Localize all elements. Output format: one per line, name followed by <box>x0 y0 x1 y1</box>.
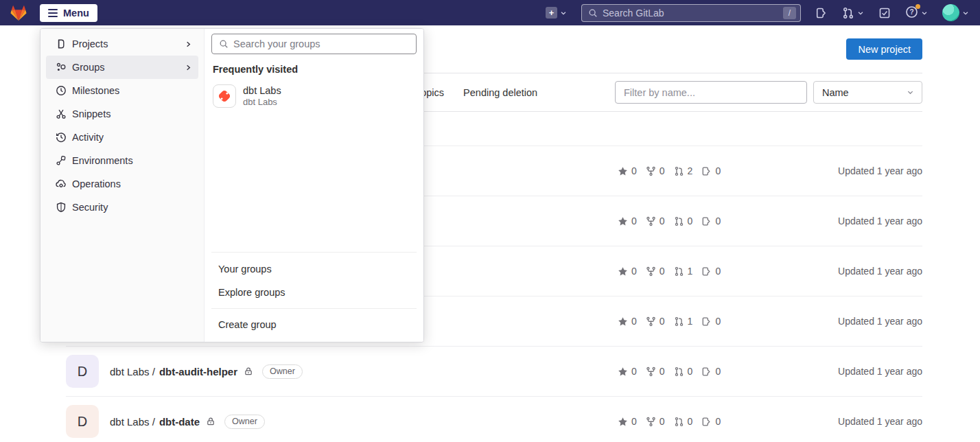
frequently-visited-heading: Frequently visited <box>213 64 415 75</box>
menu-item-label: Milestones <box>72 85 119 96</box>
groups-submenu-panel: Frequently visited dbt Labs dbt Labs You… <box>205 29 423 342</box>
project-name[interactable]: dbt-audit-helper <box>159 366 237 377</box>
user-avatar <box>942 4 959 21</box>
issue-count[interactable]: 0 <box>701 366 721 377</box>
global-search[interactable]: / <box>581 4 801 22</box>
merge-request-count[interactable]: 0 <box>674 366 693 377</box>
menu-item-label: Snippets <box>72 108 110 119</box>
fork-count[interactable]: 0 <box>646 416 665 427</box>
groups-search[interactable] <box>211 34 417 54</box>
group-subtitle: dbt Labs <box>243 97 281 108</box>
project-namespace[interactable]: dbt Labs / <box>110 416 155 428</box>
global-search-input[interactable] <box>603 8 778 19</box>
tab-pending-deletion[interactable]: Pending deletion <box>463 87 537 98</box>
environment-icon <box>56 155 67 166</box>
chevron-down-icon <box>560 10 567 16</box>
merge-request-count[interactable]: 0 <box>674 216 693 226</box>
gitlab-logo[interactable] <box>10 4 27 21</box>
issue-count[interactable]: 0 <box>701 416 721 427</box>
create-group-link[interactable]: Create group <box>211 313 417 336</box>
explore-groups-link[interactable]: Explore groups <box>211 281 417 304</box>
star-count[interactable]: 0 <box>618 366 637 377</box>
star-count[interactable]: 0 <box>618 316 637 327</box>
filter-by-name-input[interactable] <box>615 81 807 104</box>
merge-requests-button[interactable] <box>842 7 864 19</box>
merge-request-count[interactable]: 1 <box>674 266 693 277</box>
sort-dropdown-value: Name <box>822 87 849 98</box>
project-row[interactable]: D dbt Labs / dbt-audit-helper Owner 0 <box>66 346 922 396</box>
snippet-scissors-icon <box>56 108 67 119</box>
star-count[interactable]: 0 <box>618 216 637 226</box>
chevron-down-icon <box>857 10 864 16</box>
fork-count[interactable]: 0 <box>646 165 665 176</box>
merge-request-count[interactable]: 2 <box>674 165 693 176</box>
owner-badge: Owner <box>224 415 265 429</box>
menu-item-milestones[interactable]: Milestones <box>46 79 198 102</box>
updated-text: Updated 1 year ago <box>721 366 922 377</box>
owner-badge: Owner <box>262 364 303 379</box>
history-icon <box>56 132 67 143</box>
merge-request-icon <box>842 7 854 19</box>
updated-text: Updated 1 year ago <box>721 266 922 277</box>
updated-text: Updated 1 year ago <box>721 165 922 176</box>
star-count[interactable]: 0 <box>618 266 637 277</box>
menu-item-projects[interactable]: Projects <box>46 32 198 56</box>
help-button[interactable]: ? <box>905 5 928 21</box>
menu-item-snippets[interactable]: Snippets <box>46 102 198 126</box>
merge-request-count[interactable]: 1 <box>674 316 693 327</box>
groups-search-input[interactable] <box>233 38 409 49</box>
slash-shortcut-badge: / <box>783 7 796 19</box>
issue-count[interactable]: 0 <box>701 266 721 277</box>
issue-count[interactable]: 0 <box>701 165 721 176</box>
issue-count[interactable]: 0 <box>701 316 721 327</box>
plus-icon: + <box>546 7 557 19</box>
menu-dropdown: Projects Groups Milestones Snippets <box>40 28 424 342</box>
fork-count[interactable]: 0 <box>646 266 665 277</box>
clock-icon <box>56 85 67 96</box>
updated-text: Updated 1 year ago <box>721 316 922 327</box>
chevron-down-icon <box>921 10 928 16</box>
chevron-down-icon <box>907 89 914 96</box>
todo-check-icon <box>878 7 891 19</box>
groups-icon <box>56 62 67 73</box>
issue-count[interactable]: 0 <box>701 216 721 226</box>
project-avatar[interactable]: D <box>66 405 99 438</box>
menu-item-label: Projects <box>72 38 108 49</box>
issues-button[interactable] <box>815 7 828 19</box>
fork-count[interactable]: 0 <box>646 316 665 327</box>
fork-count[interactable]: 0 <box>646 216 665 226</box>
merge-request-count[interactable]: 0 <box>674 416 693 427</box>
search-icon <box>219 39 229 49</box>
star-count[interactable]: 0 <box>618 416 637 427</box>
chevron-right-icon <box>185 40 192 48</box>
menu-item-groups[interactable]: Groups <box>46 56 198 79</box>
cloud-gear-icon <box>56 178 67 189</box>
search-icon <box>588 8 598 18</box>
todos-button[interactable] <box>878 7 891 19</box>
new-project-button[interactable]: New project <box>846 38 922 60</box>
lock-icon <box>244 367 253 376</box>
menu-item-environments[interactable]: Environments <box>46 149 198 172</box>
menu-item-label: Groups <box>72 62 105 73</box>
menu-item-activity[interactable]: Activity <box>46 126 198 149</box>
project-namespace[interactable]: dbt Labs / <box>110 366 155 377</box>
menu-item-label: Operations <box>72 178 121 189</box>
sort-dropdown[interactable]: Name <box>813 81 922 104</box>
notification-dot <box>915 4 920 9</box>
svg-text:?: ? <box>909 8 913 16</box>
new-menu-button[interactable]: + <box>546 7 567 19</box>
chevron-right-icon <box>185 64 192 71</box>
menu-item-label: Environments <box>72 155 133 166</box>
menu-button[interactable]: Menu <box>40 4 97 22</box>
fork-count[interactable]: 0 <box>646 366 665 377</box>
user-menu-button[interactable] <box>942 4 969 21</box>
star-count[interactable]: 0 <box>618 165 637 176</box>
project-name[interactable]: dbt-date <box>159 416 200 428</box>
your-groups-link[interactable]: Your groups <box>211 257 417 281</box>
menu-item-security[interactable]: Security <box>46 196 198 219</box>
group-title: dbt Labs <box>243 84 281 97</box>
group-item-dbt-labs[interactable]: dbt Labs dbt Labs <box>211 84 417 108</box>
project-row[interactable]: D dbt Labs / dbt-date Owner 0 <box>66 396 922 442</box>
project-avatar[interactable]: D <box>66 355 99 388</box>
menu-item-operations[interactable]: Operations <box>46 172 198 196</box>
